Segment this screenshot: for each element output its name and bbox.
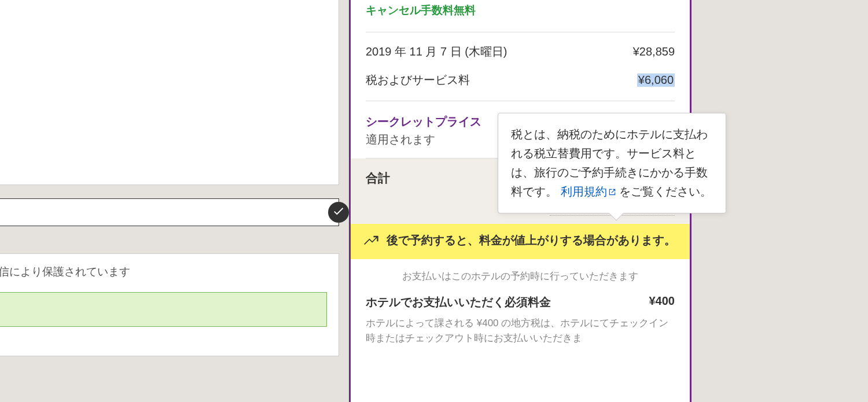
price-increase-warning: 後で予約すると、料金が値上がりする場合があります。 [351, 224, 690, 259]
tax-row: 税およびサービス料 ¥6,060 [366, 63, 675, 101]
hotel-fee-description: ホテルによって課される ¥400 の地方税は、ホテルにてチェックイン時またはチェ… [366, 316, 675, 345]
ssl-text: 様のご予約は SSL 暗号化通信により保護されています [0, 264, 327, 279]
hotel-fee-label: ホテルでお支払いいただく必須料金 [366, 294, 551, 310]
external-link-icon [608, 183, 616, 191]
check-badge [328, 202, 349, 223]
hotel-fee-value: ¥400 [649, 294, 675, 310]
terms-link[interactable]: 利用規約 [561, 185, 616, 198]
terms-link-text: 利用規約 [561, 185, 607, 198]
details-card-top [0, 0, 339, 185]
night-price-value: ¥28,859 [633, 45, 675, 58]
tooltip-body-tail: をご覧ください。 [619, 185, 712, 198]
trending-up-icon [363, 234, 380, 251]
ssl-card: 様のご予約は SSL 暗号化通信により保護されています 今すぐご予約ください。 [0, 253, 339, 356]
hotel-fee-block: ホテルでお支払いいただく必須料金 ¥400 ホテルによって課される ¥400 の… [351, 289, 690, 345]
total-label: 合計 [366, 170, 390, 186]
tax-value[interactable]: ¥6,060 [637, 73, 675, 87]
tax-label: 税およびサービス料 [366, 72, 470, 88]
price-warning-text: 後で予約すると、料金が値上がりする場合があります。 [385, 232, 677, 249]
left-column: ございます。今すぐご予約を ! 様のご予約は SSL 暗号化通信により保護されて… [0, 0, 339, 402]
tax-tooltip: 税とは、納税のためにホテルに支払われる税立替費用です。サービス料とは、旅行のご予… [498, 113, 726, 213]
night-price-row: 2019 年 11 月 7 日 (木曜日) ¥28,859 [366, 32, 675, 63]
check-icon [332, 205, 345, 220]
payment-note: お支払いはこのホテルの予約時に行っていただきます [351, 259, 690, 289]
book-now-callout: 今すぐご予約ください。 [0, 292, 327, 327]
booking-banner: ございます。今すぐご予約を ! [0, 198, 339, 226]
free-cancellation-label: キャンセル手数料無料 [366, 3, 675, 18]
night-date-label: 2019 年 11 月 7 日 (木曜日) [366, 44, 507, 60]
